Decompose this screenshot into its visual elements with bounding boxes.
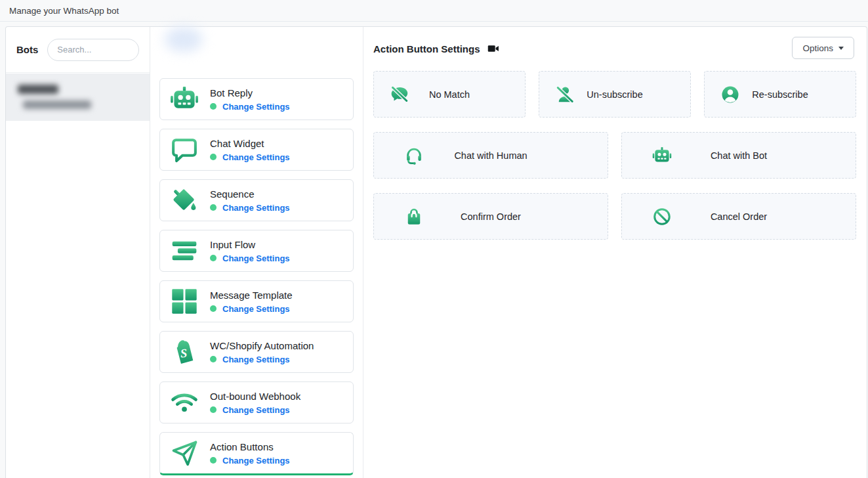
status-dot <box>210 255 217 261</box>
change-settings-link[interactable]: Change Settings <box>222 253 290 263</box>
paper-plane-icon <box>170 439 199 467</box>
status-dot <box>210 356 217 362</box>
robot-icon <box>170 85 199 114</box>
action-tile-chat-with-human[interactable]: Chat with Human <box>373 132 608 179</box>
redacted-bot-phone <box>23 100 91 109</box>
action-tile-label: Chat with Bot <box>622 150 856 161</box>
main-card: Bots Bot Reply Change Settings <box>5 26 867 478</box>
bots-sidebar-header: Bots <box>6 27 150 73</box>
wifi-icon <box>170 388 199 417</box>
action-tile-no-match[interactable]: No Match <box>373 71 526 118</box>
action-tile-label: Chat with Human <box>374 150 608 161</box>
menu-card-input-flow[interactable]: Input Flow Change Settings <box>159 230 354 272</box>
change-settings-link[interactable]: Change Settings <box>222 203 290 213</box>
top-bar: Manage your WhatsApp bot <box>0 0 868 22</box>
bot-search-input[interactable] <box>47 39 139 61</box>
action-tile-re-subscribe[interactable]: Re-subscribe <box>704 71 856 118</box>
grid-squares-icon <box>170 287 199 316</box>
paint-fill-icon <box>170 186 199 215</box>
status-dot <box>210 204 217 211</box>
bots-heading: Bots <box>16 44 38 55</box>
chevron-down-icon <box>838 47 844 50</box>
status-dot <box>210 103 217 110</box>
list-bars-icon <box>170 236 199 265</box>
menu-card-sequence[interactable]: Sequence Change Settings <box>159 179 354 221</box>
settings-menu-column: Bot Reply Change Settings Chat Widget Ch… <box>150 27 363 478</box>
action-tile-label: Re-subscribe <box>705 89 856 100</box>
redacted-bot-name <box>18 85 58 94</box>
bots-sidebar: Bots <box>6 27 150 478</box>
menu-item-label: WC/Shopify Automation <box>210 340 314 351</box>
action-tile-label: Cancel Order <box>622 211 856 222</box>
change-settings-link[interactable]: Change Settings <box>222 152 290 162</box>
settings-menu-list: Bot Reply Change Settings Chat Widget Ch… <box>159 78 354 478</box>
menu-card-wc-shopify[interactable]: S WC/Shopify Automation Change Settings <box>159 331 354 373</box>
status-dot <box>210 154 217 160</box>
video-camera-icon[interactable] <box>487 43 499 54</box>
menu-card-action-buttons[interactable]: Action Buttons Change Settings <box>159 432 354 475</box>
options-dropdown-button[interactable]: Options <box>792 37 854 59</box>
action-tile-label: Confirm Order <box>374 211 608 222</box>
action-tile-cancel-order[interactable]: Cancel Order <box>621 193 856 240</box>
change-settings-link[interactable]: Change Settings <box>222 405 290 415</box>
menu-item-label: Sequence <box>210 188 290 200</box>
action-tile-confirm-order[interactable]: Confirm Order <box>373 193 608 240</box>
menu-card-message-template[interactable]: Message Template Change Settings <box>159 280 354 322</box>
action-tile-un-subscribe[interactable]: Un-subscribe <box>539 71 691 118</box>
change-settings-link[interactable]: Change Settings <box>222 304 290 314</box>
action-button-settings-panel: Action Button Settings Options No Match … <box>363 27 867 478</box>
action-tile-label: No Match <box>374 89 525 100</box>
action-panel-title: Action Button Settings <box>373 43 480 54</box>
shopify-bag-icon: S <box>170 337 199 366</box>
menu-item-label: Chat Widget <box>210 138 290 149</box>
change-settings-link[interactable]: Change Settings <box>222 355 290 364</box>
action-tile-chat-with-bot[interactable]: Chat with Bot <box>621 132 856 179</box>
blurred-profile-blob <box>165 27 203 52</box>
menu-card-bot-reply[interactable]: Bot Reply Change Settings <box>159 78 354 120</box>
menu-item-label: Out-bound Webhook <box>210 391 300 402</box>
menu-item-label: Bot Reply <box>210 87 290 98</box>
menu-card-outbound-webhook[interactable]: Out-bound Webhook Change Settings <box>159 381 354 424</box>
status-dot <box>210 457 217 464</box>
action-tile-label: Un-subscribe <box>539 89 690 100</box>
page-title: Manage your WhatsApp bot <box>9 6 119 16</box>
options-button-label: Options <box>802 43 833 53</box>
status-dot <box>210 305 217 312</box>
change-settings-link[interactable]: Change Settings <box>222 456 290 466</box>
status-dot <box>210 406 217 413</box>
change-settings-link[interactable]: Change Settings <box>222 102 290 112</box>
chat-bubble-icon <box>170 135 199 164</box>
svg-text:S: S <box>180 347 188 360</box>
selected-bot-list-item[interactable] <box>6 74 150 121</box>
menu-item-label: Action Buttons <box>210 441 290 452</box>
menu-item-label: Message Template <box>210 290 293 301</box>
menu-card-chat-widget[interactable]: Chat Widget Change Settings <box>159 129 354 171</box>
menu-item-label: Input Flow <box>210 239 290 250</box>
